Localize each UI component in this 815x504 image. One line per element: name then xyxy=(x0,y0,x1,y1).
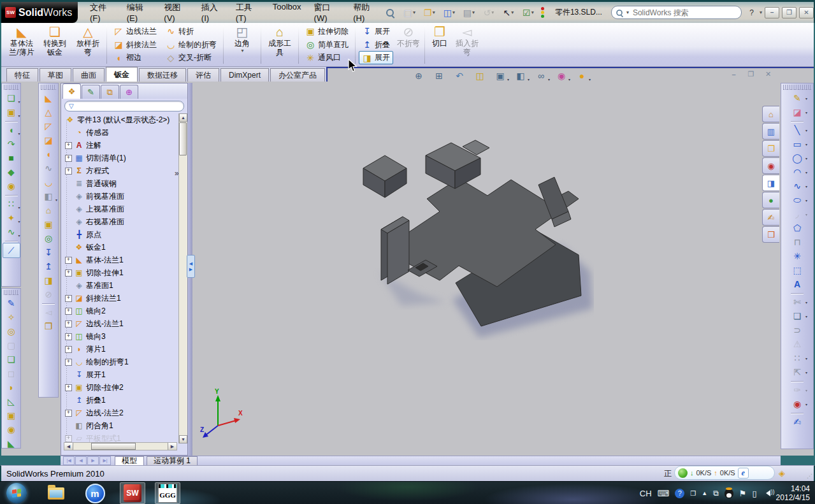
hud-button[interactable]: ◫ ▾ xyxy=(472,69,488,83)
menu-item[interactable]: 视图(V) xyxy=(158,0,194,25)
resize-grip[interactable]: ⋰ xyxy=(807,473,813,479)
tree-item[interactable]: + ↥ 折叠1 xyxy=(61,394,179,407)
tree-item[interactable]: + ◣ 基体-法兰1 xyxy=(61,254,179,266)
toolbar-button[interactable]: ■ ▾ xyxy=(3,151,20,165)
toolbar-button[interactable]: ⬠ ▾ xyxy=(784,221,810,235)
tree-item[interactable]: + ◗ 薄片1 xyxy=(61,343,179,356)
quick-access-button[interactable]: ◫ ▾ xyxy=(440,4,459,21)
ribbon-small-button[interactable]: ✳ 通风口 xyxy=(302,51,352,64)
panel-splitter-grip[interactable]: ◀▶ xyxy=(187,255,195,278)
expand-toggle[interactable]: + xyxy=(65,384,72,391)
tree-item[interactable]: + ◈ 右视基准面 xyxy=(61,215,179,228)
ribbon-small-button[interactable]: ◪ 斜接法兰 xyxy=(110,38,160,52)
panel-tab[interactable]: ✎ xyxy=(82,85,100,99)
toolbar-button[interactable]: ⌂ ▾ xyxy=(40,203,57,217)
toolbar-button[interactable]: ◸ ▾ xyxy=(40,119,57,133)
hud-button[interactable]: ▣ ▾ xyxy=(492,69,508,83)
tree-item[interactable]: + ◡ 绘制的折弯1 xyxy=(61,356,179,368)
tree-root-item[interactable]: ❖ 零件13 (默认<显示状态-2>) xyxy=(61,113,179,126)
task-pane-tab[interactable]: ✍ xyxy=(762,209,779,226)
tree-item[interactable]: + ◈ 基准面1 xyxy=(61,279,179,292)
restore-tray-icon[interactable]: ❐ xyxy=(690,490,696,497)
sheet-metal-part-model[interactable] xyxy=(344,135,594,340)
toolbar-drag-handle[interactable] xyxy=(783,85,811,90)
toolbar-drag-handle[interactable] xyxy=(41,85,56,90)
toolbar-button[interactable]: ✑ ▾ xyxy=(784,383,810,397)
hud-button[interactable]: ◧ ▾ xyxy=(512,69,529,83)
toolbar-drag-handle[interactable] xyxy=(4,290,18,295)
toolbar-button[interactable]: ✎ ▾ xyxy=(784,91,810,105)
task-pane-tab[interactable]: ❐ xyxy=(762,140,779,157)
command-tab[interactable]: 曲面 xyxy=(73,68,105,82)
toolbar-button[interactable]: ❏ ▾ xyxy=(3,91,20,105)
toolbar-button[interactable]: ◡ ▾ xyxy=(40,175,57,189)
network-speed-widget[interactable]: ↓ 0K/S ↑ 0K/S e xyxy=(674,466,775,480)
command-tab[interactable]: 钣金 xyxy=(106,67,138,82)
quick-access-button[interactable]: ↖ ▾ xyxy=(499,4,518,21)
command-tab[interactable]: 评估 xyxy=(187,68,219,82)
command-tab[interactable]: DimXpert xyxy=(220,68,269,82)
expand-toggle[interactable]: + xyxy=(65,168,72,175)
menu-item[interactable]: 帮助(H) xyxy=(347,0,384,25)
expand-toggle[interactable]: + xyxy=(65,142,72,149)
tree-item[interactable]: + ◪ 斜接法兰1 xyxy=(61,292,179,305)
tree-item[interactable]: + ◔ 传感器 xyxy=(61,126,179,139)
forming-tool-button[interactable]: ⌂ 成形工 具 xyxy=(263,23,296,66)
motion-nav-button[interactable]: |◀ xyxy=(63,456,75,465)
toolbar-button[interactable]: ◉ ▾ xyxy=(3,179,20,193)
scroll-up-icon[interactable]: ▲ xyxy=(179,113,187,122)
toolbar-button[interactable]: ◧ ▾ xyxy=(40,189,57,203)
ribbon-small-button[interactable]: ◖ 褶边 xyxy=(110,51,160,64)
command-tab[interactable]: 数据迁移 xyxy=(139,68,186,82)
ribbon-small-button[interactable]: ▣ 拉伸切除 xyxy=(302,25,352,38)
toolbar-button[interactable]: ✧ ▾ xyxy=(3,310,20,324)
toolbar-button[interactable]: ∿ ▾ xyxy=(3,225,20,239)
motion-nav-button[interactable]: ▶| xyxy=(99,456,111,465)
toolbar-button[interactable]: ❏ ▾ xyxy=(3,352,20,366)
doc-close-button[interactable]: ✕ xyxy=(762,69,774,79)
quick-access-button[interactable]: ↺ ▾ xyxy=(479,4,498,21)
toolbar-button[interactable]: ◎ ▾ xyxy=(3,324,20,338)
ie-browser-icon[interactable]: e xyxy=(738,468,749,479)
hud-button[interactable]: ● ▾ xyxy=(573,69,590,83)
task-pane-tab[interactable]: ⌂ xyxy=(762,106,779,122)
accelerator-ball-icon[interactable] xyxy=(678,468,688,478)
toolbar-button[interactable]: ↷ ▾ xyxy=(3,137,20,151)
menu-item[interactable]: 文件(F) xyxy=(84,0,120,25)
scroll-left-icon[interactable]: ◀ xyxy=(64,443,73,450)
show-hidden-icons[interactable]: ▲ xyxy=(702,490,707,496)
dropdown-arrow-icon[interactable]: ▾ xyxy=(531,10,534,15)
ribbon-small-button[interactable]: ◨ 展开 xyxy=(359,51,393,64)
toolbar-button[interactable]: ◺ ▾ xyxy=(3,394,20,408)
tree-item[interactable]: + A 注解 xyxy=(61,139,179,152)
keyboard-icon[interactable]: ⌨ xyxy=(658,489,670,498)
expand-toggle[interactable]: + xyxy=(65,270,72,277)
tree-item[interactable]: + ◸ 边线-法兰2 xyxy=(61,407,179,419)
help-button[interactable]: ? xyxy=(747,8,756,17)
toolbar-button[interactable]: ⚠ ▾ xyxy=(784,337,810,351)
toolbar-button[interactable]: ◪ ▾ xyxy=(784,105,810,119)
toolbar-button[interactable]: ∿ ▾ xyxy=(784,179,810,193)
toolbar-button[interactable]: ⬚ ▾ xyxy=(784,263,810,277)
scrollbar-thumb[interactable] xyxy=(179,122,187,155)
toolbar-button[interactable]: ◞ ▾ xyxy=(784,207,810,221)
toolbar-button[interactable]: ∷ ▾ xyxy=(3,197,20,211)
doc-minimize-button[interactable]: – xyxy=(728,69,740,79)
dropdown-arrow-icon[interactable]: ▾ xyxy=(472,10,475,15)
toolbar-button[interactable]: ◗ ▾ xyxy=(3,380,20,394)
expand-toggle[interactable]: + xyxy=(65,257,72,264)
expand-toggle[interactable]: + xyxy=(65,410,72,417)
toolbar-button[interactable]: ⟋ ▾ xyxy=(3,243,20,258)
toolbar-button[interactable]: ⊃ ▾ xyxy=(784,323,810,337)
toolbar-button[interactable]: ▣ ▾ xyxy=(3,105,20,119)
expand-toggle[interactable]: + xyxy=(65,435,72,442)
help-tray-icon[interactable]: ? xyxy=(675,489,684,498)
motion-nav-button[interactable]: ◀ xyxy=(75,456,87,465)
taskbar-solidworks[interactable]: SW xyxy=(120,482,145,504)
toolbar-button[interactable]: ⇱ ▾ xyxy=(784,365,810,379)
toolbar-button[interactable]: ⬭ ▾ xyxy=(784,193,810,207)
toolbar-drag-handle[interactable] xyxy=(4,85,18,90)
tree-item[interactable]: + Σ 方程式 xyxy=(61,164,179,177)
ribbon-big-button[interactable]: ❏ 转换到 钣金 xyxy=(38,23,71,66)
toolbar-button[interactable]: ◣ ▾ xyxy=(3,436,20,450)
